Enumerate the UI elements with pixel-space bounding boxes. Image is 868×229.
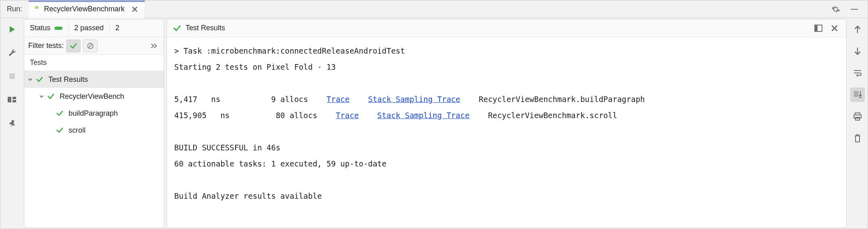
check-icon: [173, 24, 182, 33]
run-label: Run:: [0, 5, 29, 13]
filter-label: Filter tests:: [28, 42, 64, 50]
status-ok-icon: [54, 27, 63, 30]
svg-rect-8: [815, 25, 818, 31]
console-title: Test Results: [186, 24, 225, 32]
tree-method-row[interactable]: buildParagraph: [24, 105, 164, 122]
console-line: [174, 123, 839, 139]
tree-root-label: Test Results: [48, 75, 88, 84]
tab-active-indicator: [29, 0, 145, 2]
trace-link[interactable]: Stack Sampling Trace: [368, 95, 460, 104]
console-line: BUILD SUCCESSFUL in 46s: [174, 139, 839, 156]
console-line: Starting 2 tests on Pixel Fold - 13: [174, 59, 839, 75]
left-icon-strip: [0, 18, 24, 229]
passed-label: 2 passed: [74, 24, 104, 32]
passed-count: 2: [115, 24, 119, 32]
console-line: [174, 75, 839, 91]
test-status-bar: Status 2 passed 2: [24, 19, 164, 37]
trace-link[interactable]: Trace: [336, 111, 359, 120]
settings-button[interactable]: [830, 3, 842, 15]
android-icon: [33, 5, 41, 13]
check-icon: [47, 92, 57, 100]
console-panel: Test Results > Task :microbenchmark:conn…: [167, 19, 847, 228]
status-cell[interactable]: Status: [24, 19, 69, 37]
filter-bar: Filter tests:: [24, 37, 164, 55]
tree-class-label: RecyclerViewBench: [60, 92, 124, 101]
check-icon: [56, 126, 66, 134]
passed-cell[interactable]: 2 passed: [69, 19, 110, 37]
test-tree: Test Results RecyclerViewBench buildPar: [24, 71, 164, 227]
check-icon: [35, 75, 46, 83]
tab-run-config[interactable]: RecyclerViewBenchmark: [29, 0, 145, 18]
tab-label: RecyclerViewBenchmark: [44, 5, 125, 13]
run-button[interactable]: [5, 22, 19, 37]
tree-class-row[interactable]: RecyclerViewBench: [24, 88, 164, 105]
tree-method-label: buildParagraph: [69, 109, 118, 118]
test-tree-panel: Status 2 passed 2 Filter tests:: [24, 19, 164, 228]
console-line: 5,417 ns 9 allocs Trace Stack Sampling T…: [174, 91, 839, 107]
run-tool-window: Run: RecyclerViewBenchmark: [0, 0, 868, 229]
right-icon-strip: [847, 18, 868, 229]
svg-point-0: [35, 7, 36, 8]
count-cell[interactable]: 2: [110, 19, 125, 37]
trace-link[interactable]: Trace: [327, 95, 350, 104]
clear-button[interactable]: [850, 131, 865, 146]
print-button[interactable]: [850, 109, 865, 124]
scroll-down-button[interactable]: [850, 44, 865, 58]
tree-method-row[interactable]: scroll: [24, 122, 164, 139]
chevron-down-icon: [38, 94, 45, 99]
chevron-down-icon: [27, 77, 34, 82]
scroll-to-end-button[interactable]: [850, 87, 865, 102]
tests-header[interactable]: Tests: [24, 55, 164, 71]
console-line: > Task :microbenchmark:connectedReleaseA…: [174, 43, 839, 59]
scroll-up-button[interactable]: [850, 22, 865, 37]
close-console-button[interactable]: [828, 22, 841, 34]
svg-point-1: [38, 7, 38, 8]
svg-rect-3: [8, 97, 11, 102]
check-icon: [56, 109, 66, 117]
trace-link[interactable]: Stack Sampling Trace: [377, 111, 469, 120]
toggle-view-button[interactable]: [812, 22, 824, 34]
content: Status 2 passed 2 Filter tests:: [0, 18, 868, 229]
pin-button[interactable]: [5, 116, 19, 130]
status-label: Status: [30, 24, 50, 32]
svg-rect-5: [13, 100, 16, 102]
tree-method-label: scroll: [69, 126, 86, 135]
more-filters-button[interactable]: [148, 40, 160, 52]
console-output[interactable]: > Task :microbenchmark:connectedReleaseA…: [167, 37, 846, 227]
console-line: [174, 172, 839, 188]
minimize-icon: [851, 9, 858, 10]
show-ignored-toggle[interactable]: [83, 40, 98, 52]
console-line: Build Analyzer results available: [174, 188, 839, 204]
console-line: 60 actionable tasks: 1 executed, 59 up-t…: [174, 156, 839, 172]
stop-button[interactable]: [5, 69, 19, 83]
layout-button[interactable]: [5, 92, 19, 107]
console-line: 415,905 ns 80 allocs Trace Stack Samplin…: [174, 107, 839, 123]
tabbar-right-icons: [830, 3, 864, 15]
close-tab-button[interactable]: [130, 5, 139, 14]
svg-rect-4: [13, 97, 16, 99]
svg-rect-2: [9, 73, 15, 79]
tree-root-row[interactable]: Test Results: [24, 71, 164, 88]
wrench-button[interactable]: [5, 46, 19, 60]
tests-header-label: Tests: [30, 58, 47, 67]
console-header: Test Results: [167, 19, 846, 37]
minimize-button[interactable]: [848, 3, 860, 15]
tabbar: Run: RecyclerViewBenchmark: [0, 0, 868, 18]
show-passed-toggle[interactable]: [66, 40, 81, 52]
soft-wrap-button[interactable]: [850, 66, 865, 80]
